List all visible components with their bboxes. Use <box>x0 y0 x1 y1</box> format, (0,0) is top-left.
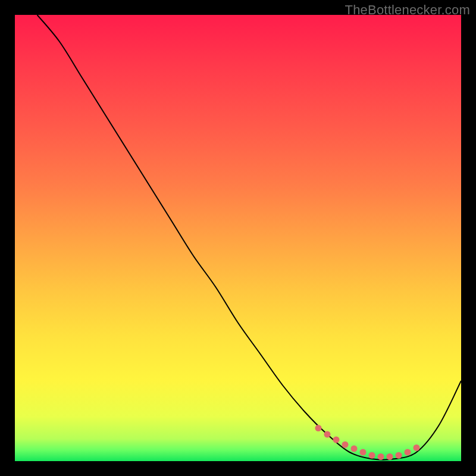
chart-frame: TheBottlenecker.com <box>0 0 476 476</box>
bottleneck-chart <box>15 15 461 461</box>
optimal-marker <box>342 441 349 448</box>
optimal-marker <box>405 449 411 456</box>
optimal-marker <box>387 453 393 460</box>
optimal-marker <box>378 453 384 460</box>
optimal-marker <box>333 437 340 443</box>
optimal-marker <box>369 452 375 459</box>
optimal-marker <box>324 431 331 438</box>
optimal-marker <box>414 444 420 451</box>
optimal-marker <box>351 446 358 452</box>
chart-svg <box>15 15 461 461</box>
gradient-background <box>15 15 461 461</box>
optimal-marker <box>315 425 322 431</box>
watermark-label: TheBottlenecker.com <box>345 2 470 18</box>
optimal-marker <box>396 452 402 459</box>
optimal-marker <box>360 449 367 456</box>
